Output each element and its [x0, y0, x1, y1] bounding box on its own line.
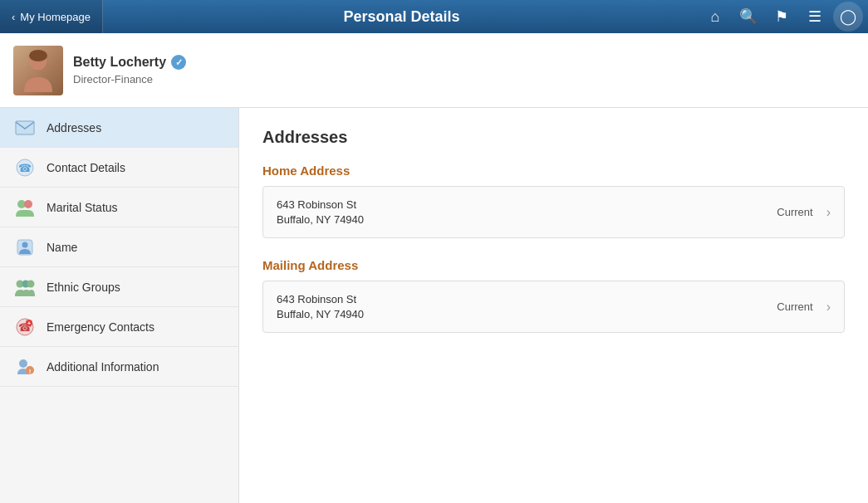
sidebar-item-additional-label: Additional Information: [47, 360, 159, 374]
sidebar-item-emergency-contacts[interactable]: ☎ + Emergency Contacts: [0, 307, 238, 347]
sidebar-item-name-label: Name: [47, 241, 77, 254]
sidebar-item-name[interactable]: Name: [0, 227, 238, 267]
profile-info: Betty Locherty ✓ Director-Finance: [73, 55, 186, 85]
search-icon[interactable]: 🔍: [733, 2, 763, 32]
sidebar-item-contact-details[interactable]: ☎ Contact Details: [0, 148, 238, 188]
flag-icon[interactable]: ⚑: [767, 2, 797, 32]
additional-info-icon: !: [13, 355, 37, 378]
user-circle-icon[interactable]: ◯: [833, 2, 863, 32]
sidebar: Addresses ☎ Contact Details Marital Stat…: [0, 108, 239, 503]
svg-rect-3: [16, 121, 34, 134]
svg-text:☎: ☎: [18, 162, 32, 174]
mailing-address-title: Mailing Address: [262, 258, 845, 272]
home-address-card[interactable]: 643 Robinson St Buffalo, NY 74940 Curren…: [262, 186, 845, 238]
content-title: Addresses: [262, 128, 845, 147]
sidebar-item-addresses-label: Addresses: [47, 121, 101, 134]
sidebar-item-additional-info[interactable]: ! Additional Information: [0, 347, 238, 387]
mailing-address-chevron-icon: ›: [826, 300, 831, 315]
ethnic-groups-icon: [13, 276, 37, 299]
content-area: Addresses Home Address 643 Robinson St B…: [239, 108, 868, 503]
home-address-right: Current ›: [777, 205, 831, 220]
mailing-address-section: Mailing Address 643 Robinson St Buffalo,…: [262, 258, 845, 333]
marital-icon: [13, 196, 37, 219]
svg-point-7: [24, 200, 32, 208]
sidebar-item-addresses[interactable]: Addresses: [0, 108, 238, 148]
profile-name-row: Betty Locherty ✓: [73, 55, 186, 70]
sidebar-item-emergency-label: Emergency Contacts: [47, 320, 154, 334]
mailing-address-card[interactable]: 643 Robinson St Buffalo, NY 74940 Curren…: [262, 281, 845, 333]
mailing-address-right: Current ›: [777, 300, 831, 315]
menu-icon[interactable]: ☰: [800, 2, 830, 32]
phone-icon: ☎: [13, 156, 37, 179]
top-bar: ‹ My Homepage Personal Details ⌂ 🔍 ⚑ ☰ ◯: [0, 0, 868, 33]
avatar: [13, 46, 63, 95]
svg-point-2: [29, 50, 47, 61]
mailing-address-lines: 643 Robinson St Buffalo, NY 74940: [277, 293, 364, 320]
name-icon: [13, 236, 37, 259]
page-title: Personal Details: [103, 8, 700, 26]
back-button[interactable]: ‹ My Homepage: [0, 0, 103, 33]
sidebar-item-marital-status[interactable]: Marital Status: [0, 188, 238, 227]
sidebar-item-marital-label: Marital Status: [47, 201, 118, 214]
mailing-address-line2: Buffalo, NY 74940: [277, 308, 364, 320]
top-bar-icons: ⌂ 🔍 ⚑ ☰ ◯: [700, 2, 868, 32]
home-address-line2: Buffalo, NY 74940: [277, 213, 364, 226]
back-label: My Homepage: [20, 11, 91, 23]
envelope-icon: [13, 116, 37, 139]
home-address-line1: 643 Robinson St: [277, 198, 364, 211]
sidebar-item-contact-label: Contact Details: [47, 161, 125, 174]
avatar-image: [13, 46, 63, 95]
svg-text:!: !: [29, 367, 32, 374]
verified-icon: ✓: [171, 55, 186, 70]
main-layout: Addresses ☎ Contact Details Marital Stat…: [0, 108, 868, 503]
sidebar-item-ethnic-label: Ethnic Groups: [47, 281, 120, 294]
svg-point-9: [22, 242, 28, 247]
svg-point-12: [27, 280, 35, 287]
home-icon[interactable]: ⌂: [700, 2, 730, 32]
home-address-title: Home Address: [262, 164, 845, 178]
profile-bar: Betty Locherty ✓ Director-Finance: [0, 33, 868, 108]
sidebar-item-ethnic-groups[interactable]: Ethnic Groups: [0, 267, 238, 307]
svg-text:+: +: [27, 320, 31, 326]
home-address-status: Current: [777, 206, 812, 218]
profile-title: Director-Finance: [73, 73, 186, 85]
home-address-lines: 643 Robinson St Buffalo, NY 74940: [277, 198, 364, 226]
mailing-address-status: Current: [777, 300, 812, 313]
emergency-contacts-icon: ☎ +: [13, 315, 37, 339]
profile-name-text: Betty Locherty: [73, 55, 166, 70]
mailing-address-line1: 643 Robinson St: [277, 293, 364, 305]
svg-point-17: [19, 359, 27, 368]
back-arrow-icon: ‹: [12, 11, 15, 23]
home-address-chevron-icon: ›: [826, 205, 831, 220]
home-address-section: Home Address 643 Robinson St Buffalo, NY…: [262, 164, 845, 238]
